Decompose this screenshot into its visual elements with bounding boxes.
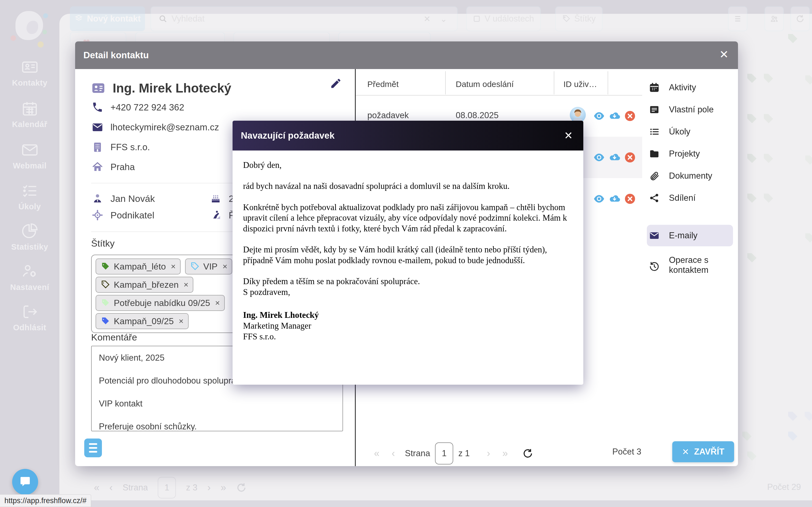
page-prev-button[interactable]: ‹ <box>109 482 113 494</box>
refresh-button[interactable] <box>791 6 810 31</box>
download-email-icon[interactable] <box>608 193 620 205</box>
contacts-view-button[interactable] <box>764 6 784 31</box>
email-body: Dobrý den, rád bych navázal na naši dosa… <box>232 151 583 385</box>
email-modal-close-icon[interactable]: ✕ <box>564 129 573 142</box>
menu-item-operace[interactable]: Operace s kontaktem <box>649 255 708 275</box>
contact-card-icon <box>21 59 38 76</box>
column-header-userid[interactable]: ID uživ… <box>563 79 597 89</box>
tag-remove-icon[interactable]: × <box>171 262 176 271</box>
menu-item-ukoly[interactable]: Úkoly <box>649 126 691 137</box>
contact-name-row: Ing. Mirek Lhotecký <box>91 80 340 96</box>
pie-chart-icon <box>21 223 38 240</box>
sidebar-item-ukoly[interactable]: Úkoly <box>0 182 59 211</box>
email-paragraph: S pozdravem, <box>243 287 573 297</box>
sidebar-item-nastaveni[interactable]: Nastavení <box>0 263 59 292</box>
emails-page-first-button[interactable]: « <box>368 448 386 459</box>
delete-email-icon[interactable] <box>624 151 636 164</box>
page-label: Strana <box>123 483 148 493</box>
tag-chip[interactable]: Kampaň_březen × <box>96 277 193 293</box>
tag-remove-icon[interactable]: × <box>215 298 220 307</box>
view-email-icon[interactable] <box>593 151 605 164</box>
view-email-icon[interactable] <box>593 110 605 122</box>
history-icon <box>649 261 659 272</box>
sidebar-item-kontakty[interactable]: Kontakty <box>0 59 59 88</box>
delete-email-icon[interactable] <box>624 193 636 205</box>
tag-chip[interactable]: Potřebuje nabídku 09/25 × <box>96 295 225 311</box>
emails-page-last-button[interactable]: » <box>496 448 514 459</box>
emails-refresh-icon[interactable] <box>522 448 533 459</box>
contact-phone-row[interactable]: +420 722 924 362 <box>92 102 184 113</box>
status-url-tooltip: https://app.freshflow.cz/# <box>0 494 91 507</box>
share-icon <box>649 193 659 203</box>
tag-chip[interactable]: Kampaň_09/25 × <box>96 313 188 329</box>
signature-name: Ing. Mirek Lhotecký <box>243 309 573 320</box>
search-clear-icon[interactable]: ✕ <box>424 14 431 24</box>
page-number-input[interactable]: 1 <box>158 477 176 498</box>
envelope-icon <box>92 121 103 133</box>
in-events-toggle[interactable]: V událostech <box>466 6 541 31</box>
delete-email-icon[interactable] <box>624 110 636 122</box>
page-last-button[interactable]: » <box>221 482 226 494</box>
list-icon <box>733 14 742 23</box>
emails-page-input[interactable]: 1 <box>435 442 453 464</box>
contact-phone: +420 722 924 362 <box>110 102 184 113</box>
background-pagination: « ‹ Strana 1 z 3 › » <box>94 476 247 499</box>
refresh-icon[interactable] <box>236 483 247 493</box>
sidebar-item-statistiky[interactable]: Statistiky <box>0 223 59 251</box>
calendar-icon <box>21 100 38 117</box>
modal-close-icon[interactable]: ✕ <box>719 48 728 61</box>
search-chevron-icon[interactable]: ⌄ <box>440 14 447 24</box>
faded-tag-icon <box>762 113 774 125</box>
faded-tag-icon <box>745 113 758 125</box>
tags-section-label: Štítky <box>91 238 115 249</box>
column-header-subject[interactable]: Předmět <box>367 79 398 89</box>
search-input[interactable]: Vyhledat ✕ ⌄ <box>151 6 457 31</box>
home-icon <box>92 161 103 173</box>
sidebar-item-odhlasit[interactable]: Odhlásit <box>0 303 59 332</box>
tag-remove-icon[interactable]: × <box>179 317 184 326</box>
download-email-icon[interactable] <box>608 110 620 122</box>
new-contact-button[interactable]: Nový kontakt <box>70 6 145 31</box>
emails-page-prev-button[interactable]: ‹ <box>386 448 401 459</box>
checklist-icon <box>21 182 38 200</box>
column-header-date[interactable]: Datum odeslání <box>456 79 514 89</box>
menu-item-dokumenty[interactable]: Dokumenty <box>649 171 712 181</box>
download-email-icon[interactable] <box>608 151 620 164</box>
contact-company-row: FFS s.r.o. <box>92 142 150 153</box>
column-divider <box>554 71 554 95</box>
page-first-button[interactable]: « <box>94 482 99 494</box>
filter-chip <box>70 32 126 43</box>
contact-city: Praha <box>110 162 135 172</box>
column-divider <box>608 71 608 95</box>
tag-chip[interactable]: VIP × <box>185 259 232 275</box>
email-modal-title: Navazující požadavek <box>241 130 334 141</box>
building-icon <box>92 142 103 153</box>
close-modal-button[interactable]: ✕ ZAVŘÍT <box>672 441 734 462</box>
menu-item-sdileni[interactable]: Sdílení <box>649 193 696 203</box>
page-next-button[interactable]: › <box>207 482 211 494</box>
menu-item-vlastni-pole[interactable]: Vlastní pole <box>649 104 714 115</box>
menu-item-projekty[interactable]: Projekty <box>649 149 700 159</box>
tags-filter-button[interactable]: Štítky <box>555 6 603 31</box>
view-list-button[interactable] <box>728 6 747 31</box>
chat-widget-button[interactable] <box>12 469 38 495</box>
menu-item-aktivity[interactable]: Aktivity <box>649 82 696 93</box>
sidebar-item-webmail[interactable]: Webmail <box>0 142 59 170</box>
sidebar-item-kalendar[interactable]: Kalendář <box>0 100 59 129</box>
edit-pencil-icon[interactable] <box>330 77 342 90</box>
faded-tag-icon <box>745 252 758 265</box>
faded-tag-icon <box>762 192 774 205</box>
new-contact-icon <box>74 14 83 23</box>
contact-email-row[interactable]: lhoteckymirek@seznam.cz <box>92 121 219 133</box>
calendar-icon <box>649 82 659 93</box>
emails-page-next-button[interactable]: › <box>481 448 496 459</box>
tag-remove-icon[interactable]: × <box>184 280 188 289</box>
contact-birthday-row: 2 <box>210 193 234 204</box>
menu-item-emaily[interactable]: E-maily <box>649 230 697 241</box>
view-email-icon[interactable] <box>593 193 605 205</box>
chat-bubble-icon <box>19 475 32 488</box>
email-subject: požadavek <box>367 110 409 120</box>
left-panel-menu-button[interactable] <box>84 439 102 457</box>
tag-remove-icon[interactable]: × <box>223 262 228 271</box>
tag-chip[interactable]: Kampaň_léto × <box>96 259 181 275</box>
